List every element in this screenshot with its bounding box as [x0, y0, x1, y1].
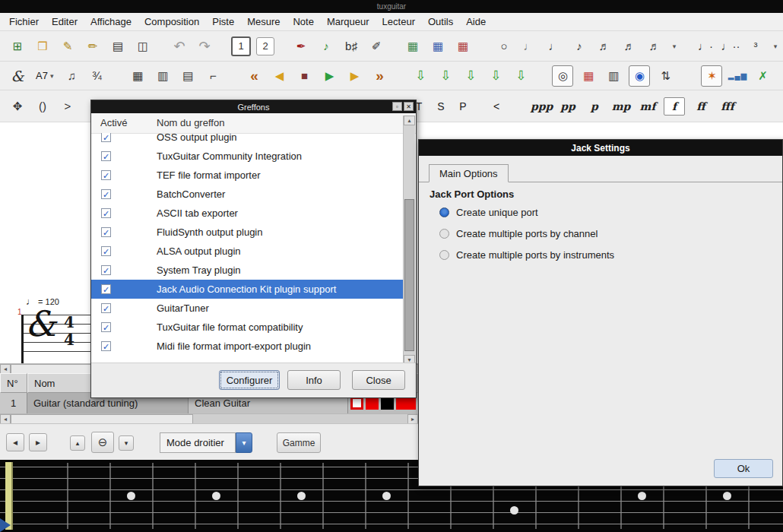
plugin-row[interactable]: ✓ GuitarTuner — [91, 299, 404, 318]
menu-note[interactable]: Note — [293, 16, 313, 27]
matrix-icon[interactable]: ✗ — [753, 66, 772, 86]
parentheses-icon[interactable]: () — [33, 97, 52, 116]
measure-clean-icon[interactable]: ▥ — [153, 66, 173, 86]
menu-outils[interactable]: Outils — [428, 16, 453, 27]
whole-note-icon[interactable]: ○ — [494, 36, 514, 56]
menu-aide[interactable]: Aide — [466, 16, 486, 27]
dynamic-pp[interactable]: pp — [557, 100, 579, 112]
redo-icon[interactable]: ↷ — [195, 36, 214, 56]
duration-display-button[interactable]: ⊖ — [91, 432, 114, 453]
chord-button[interactable]: A7 ▾ — [33, 68, 56, 83]
plugin-vscrollbar[interactable]: ▴ ▾ — [403, 116, 415, 365]
plugin-checkbox[interactable]: ✓ — [101, 322, 111, 332]
menu-piste[interactable]: Piste — [212, 16, 234, 27]
plugin-checkbox[interactable]: ✓ — [101, 227, 111, 237]
note-down-icon-2[interactable]: ⇩ — [436, 66, 455, 86]
color-swatch-red[interactable] — [366, 397, 379, 410]
sixtyfourth-note-icon[interactable]: ♬ — [645, 36, 664, 56]
voice-2-button[interactable]: 2 — [256, 37, 274, 55]
tuplet-chevron-icon[interactable]: ▾ — [771, 36, 780, 56]
plugin-row[interactable]: ✓ ALSA output plugin — [91, 242, 404, 261]
plugin-checkbox[interactable]: ✓ — [101, 284, 111, 294]
plugin-row[interactable]: ✓ TuxGuitar file format compatibility — [91, 318, 404, 337]
dynamic-p[interactable]: p — [584, 100, 605, 112]
scale-button[interactable]: Gamme — [277, 432, 321, 453]
plugin-checkbox[interactable]: ✓ — [101, 133, 111, 142]
color-swatch-outline[interactable] — [350, 397, 363, 410]
half-note-icon[interactable]: ♩ — [519, 36, 539, 56]
plugin-row[interactable]: ✓ Midi file format import-export plugin — [91, 337, 404, 356]
close-window-icon[interactable]: ✕ — [404, 102, 414, 111]
menu-mesure[interactable]: Mesure — [247, 16, 280, 27]
plugin-checkbox[interactable]: ✓ — [101, 151, 111, 161]
close-button[interactable]: Close — [352, 370, 405, 390]
dynamic-ff[interactable]: ff — [690, 100, 712, 112]
swap-icon[interactable]: ⇅ — [655, 66, 675, 86]
less-button[interactable]: < — [488, 98, 505, 115]
plugin-row[interactable]: ✓ BatchConverter — [91, 185, 404, 204]
column-header-plugin-name[interactable]: Nom du greffon — [157, 117, 224, 128]
fullscreen-icon[interactable]: ✥ — [8, 97, 27, 116]
plugin-row[interactable]: ✓ TEF file format importer — [91, 166, 404, 185]
undo-icon[interactable]: ↶ — [170, 36, 189, 56]
plugin-row[interactable]: ✓ TuxGuitar Community Integration — [91, 147, 404, 166]
plugin-row[interactable]: ✓ ASCII tab exporter — [91, 204, 404, 223]
tuplet-icon[interactable]: ³ — [746, 36, 766, 56]
plugin-checkbox[interactable]: ✓ — [101, 246, 111, 256]
menu-editer[interactable]: Editer — [52, 16, 78, 27]
table-blue-icon[interactable]: ▦ — [428, 36, 448, 56]
beam-icon[interactable]: ♫ — [62, 66, 81, 86]
string-down-button[interactable]: ▾ — [119, 435, 134, 451]
radio-unique-port[interactable]: Create unique port — [439, 207, 538, 218]
plugin-row-selected[interactable]: ✓ Jack Audio Connection Kit plugin suppo… — [91, 280, 404, 299]
track-hscrollbar[interactable]: ◂ ▸ — [0, 413, 418, 424]
repeat-open-icon[interactable]: ⌐ — [203, 66, 223, 86]
accidental-icon[interactable]: b♯ — [341, 36, 361, 56]
compose-icon[interactable]: ✐ — [366, 36, 386, 56]
sixteenth-note-icon[interactable]: ♬ — [594, 36, 614, 56]
plugin-checkbox[interactable]: ✓ — [101, 265, 111, 275]
color-swatch-red-2[interactable] — [396, 397, 416, 410]
dynamic-mf[interactable]: mf — [637, 100, 658, 112]
column-header-number[interactable]: N° — [0, 373, 27, 393]
note-down-icon-3[interactable]: ⇩ — [461, 66, 480, 86]
radio-icon[interactable] — [439, 250, 449, 260]
new-file-icon[interactable]: ⊞ — [8, 36, 27, 56]
ok-button[interactable]: Ok — [714, 459, 773, 478]
radio-ports-by-channel[interactable]: Create multiple ports by channel — [439, 228, 598, 239]
fretboard-toggle-icon[interactable]: ✶ — [701, 65, 722, 87]
plugin-row[interactable]: ✓ OSS output plugin — [91, 133, 404, 147]
previous-icon[interactable]: ◀ — [269, 66, 289, 86]
scroll-thumb[interactable] — [404, 199, 414, 351]
print-preview-icon[interactable]: ◫ — [133, 36, 153, 56]
radio-selected-icon[interactable] — [439, 207, 449, 217]
time-signature-icon[interactable]: ¾ — [87, 66, 106, 86]
plugin-checkbox[interactable]: ✓ — [101, 303, 111, 313]
double-dotted-note-icon[interactable]: ♩·· — [721, 36, 740, 56]
radio-ports-by-instruments[interactable]: Create multiple ports by instruments — [439, 249, 614, 261]
restore-window-icon[interactable]: ▫ — [392, 102, 402, 111]
save-as-icon[interactable]: ✏ — [83, 36, 103, 56]
measure-remove-icon[interactable]: ▤ — [178, 66, 198, 86]
greater-icon[interactable]: > — [58, 97, 78, 116]
note-down-icon-4[interactable]: ⇩ — [486, 66, 506, 86]
plugin-checkbox[interactable]: ✓ — [101, 170, 111, 180]
blue-toggle-icon[interactable]: ◉ — [629, 65, 650, 87]
dynamic-f[interactable]: f — [664, 97, 685, 116]
clef-icon[interactable]: & — [8, 66, 27, 86]
configure-button[interactable]: Configurer — [219, 370, 280, 390]
fret-next-button[interactable]: ▸ — [29, 433, 47, 451]
menu-affichage[interactable]: Affichage — [90, 16, 132, 27]
first-icon[interactable]: « — [244, 66, 264, 86]
dotted-note-icon[interactable]: ♩· — [696, 36, 715, 56]
dynamic-mp[interactable]: mp — [610, 100, 632, 112]
voice-note-icon[interactable]: ♪ — [316, 36, 336, 56]
fret-prev-button[interactable]: ◂ — [6, 433, 24, 451]
table-red-icon[interactable]: ▦ — [453, 36, 473, 56]
info-button[interactable]: Info — [287, 370, 341, 390]
voice-1-button[interactable]: 1 — [231, 36, 251, 56]
column-header-enabled[interactable]: Activé — [100, 117, 127, 128]
staccato-button[interactable]: S — [433, 98, 449, 115]
play-icon[interactable]: ▶ — [319, 66, 339, 86]
color-swatch-black[interactable] — [381, 397, 394, 410]
